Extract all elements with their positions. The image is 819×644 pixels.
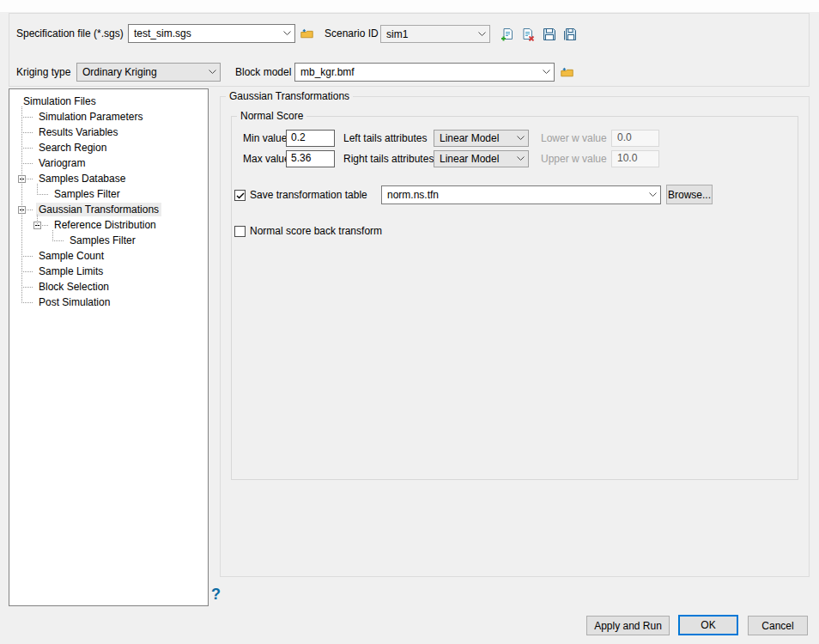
new-scenario-icon[interactable] <box>500 27 514 41</box>
save-table-checkbox[interactable] <box>234 190 246 201</box>
tree-connector <box>21 163 33 164</box>
tree-item-label: Variogram <box>36 156 88 170</box>
chevron-down-icon[interactable] <box>205 70 220 75</box>
right-tails-dropdown[interactable]: Linear Model <box>434 150 529 167</box>
tree-item-samples-filter[interactable]: Samples Filter <box>9 186 208 202</box>
kriging-type-label: Kriging type <box>16 63 70 82</box>
tree-item-block-selection[interactable]: Block Selection <box>9 279 208 295</box>
tree-connector <box>21 287 33 288</box>
tree-item-sample-count[interactable]: Sample Count <box>9 248 208 264</box>
tree-item-simulation-parameters[interactable]: Simulation Parameters <box>9 109 208 125</box>
chevron-down-icon[interactable] <box>475 32 489 37</box>
tree-connector <box>37 194 48 195</box>
tree-connector <box>21 148 33 149</box>
left-tails-value: Linear Model <box>434 132 513 144</box>
normal-score-groupbox: Normal Score Min value 0.2 Left tails at… <box>231 116 798 480</box>
lower-w-input: 0.0 <box>611 130 659 147</box>
kriging-type-value: Ordinary Kriging <box>77 66 205 78</box>
tree-connector <box>21 271 33 272</box>
block-model-value: mb_kgr.bmf <box>295 66 539 78</box>
left-tails-dropdown[interactable]: Linear Model <box>434 130 529 147</box>
tree-item-label: Sample Count <box>36 249 106 263</box>
window-top-strip <box>0 0 819 12</box>
tree-connector <box>21 302 33 303</box>
chevron-down-icon[interactable] <box>280 31 294 36</box>
scenario-id-value: sim1 <box>381 28 475 40</box>
kriging-type-dropdown[interactable]: Ordinary Kriging <box>76 63 221 82</box>
spec-file-label: Specification file (*.sgs) <box>16 24 124 43</box>
spec-file-open-folder-icon[interactable] <box>300 25 314 39</box>
tree-item-label: Simulation Files <box>21 94 99 108</box>
save-scenario-as-icon[interactable] <box>562 27 577 41</box>
upper-w-label: Upper w value <box>541 149 607 168</box>
normal-score-group-title: Normal Score <box>237 110 306 122</box>
upper-w-input: 10.0 <box>611 150 659 167</box>
tree-item-variogram[interactable]: Variogram <box>9 155 208 171</box>
tree-item-samples-database[interactable]: Samples Database <box>9 171 208 186</box>
tree-guide-line <box>21 106 22 303</box>
tree-item-label: Samples Filter <box>67 234 138 247</box>
block-model-combobox[interactable]: mb_kgr.bmf <box>294 63 555 82</box>
tree-item-post-simulation[interactable]: Post Simulation <box>9 295 208 310</box>
tree-connector <box>52 240 64 241</box>
max-value-input[interactable]: 5.36 <box>286 150 335 167</box>
delete-scenario-icon[interactable] <box>520 27 535 41</box>
tree-item-label: Simulation Parameters <box>36 110 145 124</box>
min-value-input[interactable]: 0.2 <box>286 130 335 147</box>
tree-item-label: Results Variables <box>36 125 120 139</box>
tree-item-label: Block Selection <box>36 280 112 294</box>
chevron-down-icon[interactable] <box>513 156 528 161</box>
gaussian-transformations-groupbox: Gaussian Transformations Normal Score Mi… <box>220 96 810 577</box>
back-transform-checkbox[interactable] <box>234 226 246 237</box>
ok-button[interactable]: OK <box>678 615 738 635</box>
tree-item-simulation-files[interactable]: Simulation Files <box>9 94 208 109</box>
tree-item-label: Sample Limits <box>36 264 106 278</box>
tree-view[interactable]: Simulation FilesSimulation ParametersRes… <box>9 88 209 606</box>
tree-guide-line <box>52 230 53 241</box>
tree-item-label: Samples Database <box>36 172 128 185</box>
help-icon[interactable]: ? <box>211 586 221 604</box>
header-panel: Specification file (*.sgs) test_sim.sgs … <box>9 13 810 87</box>
cancel-button[interactable]: Cancel <box>748 616 808 635</box>
tree-item-label: Samples Filter <box>52 187 123 201</box>
chevron-down-icon[interactable] <box>646 192 660 197</box>
transformation-table-combobox[interactable]: norm.ns.tfn <box>381 185 661 204</box>
browse-button[interactable]: Browse... <box>666 185 713 204</box>
block-model-open-folder-icon[interactable] <box>560 64 574 78</box>
scenario-id-combobox[interactable]: sim1 <box>380 25 490 43</box>
chevron-down-icon[interactable] <box>539 70 554 75</box>
tree-item-gaussian-transformations[interactable]: Gaussian Transformations <box>9 202 208 217</box>
tree-item-results-variables[interactable]: Results Variables <box>9 125 208 140</box>
lower-w-label: Lower w value <box>541 129 607 148</box>
block-model-label: Block model <box>235 63 291 82</box>
max-value-label: Max value <box>243 149 290 168</box>
tree-item-label: Reference Distribution <box>52 218 159 232</box>
tree-item-label: Gaussian Transformations <box>36 203 161 216</box>
tree-guide-line <box>37 215 38 226</box>
tree-connector <box>21 117 33 118</box>
tree-item-reference-distribution[interactable]: Reference Distribution <box>9 217 208 233</box>
spec-file-combobox[interactable]: test_sim.sgs <box>128 24 295 43</box>
tree-connector <box>21 132 33 133</box>
save-table-label: Save transformation table <box>250 185 367 204</box>
right-tails-value: Linear Model <box>434 153 513 165</box>
save-scenario-icon[interactable] <box>542 27 556 41</box>
tree-item-samples-filter[interactable]: Samples Filter <box>9 233 208 248</box>
tree-item-sample-limits[interactable]: Sample Limits <box>9 264 208 279</box>
left-tails-label: Left tails attributes <box>343 129 427 148</box>
scenario-id-label: Scenario ID <box>325 24 379 43</box>
apply-and-run-button[interactable]: Apply and Run <box>586 616 670 635</box>
tree-connector <box>21 256 33 257</box>
gaussian-transformations-group-title: Gaussian Transformations <box>226 90 353 102</box>
right-tails-label: Right tails attributes <box>343 149 434 168</box>
tree-item-search-region[interactable]: Search Region <box>9 140 208 155</box>
transformation-table-value: norm.ns.tfn <box>382 189 646 201</box>
tree-item-label: Post Simulation <box>36 295 112 309</box>
tree-item-label: Search Region <box>36 141 109 155</box>
tree-guide-line <box>37 184 38 195</box>
min-value-label: Min value <box>243 129 287 148</box>
spec-file-value: test_sim.sgs <box>129 27 280 39</box>
back-transform-label: Normal score back transform <box>250 222 382 240</box>
chevron-down-icon[interactable] <box>513 136 528 141</box>
